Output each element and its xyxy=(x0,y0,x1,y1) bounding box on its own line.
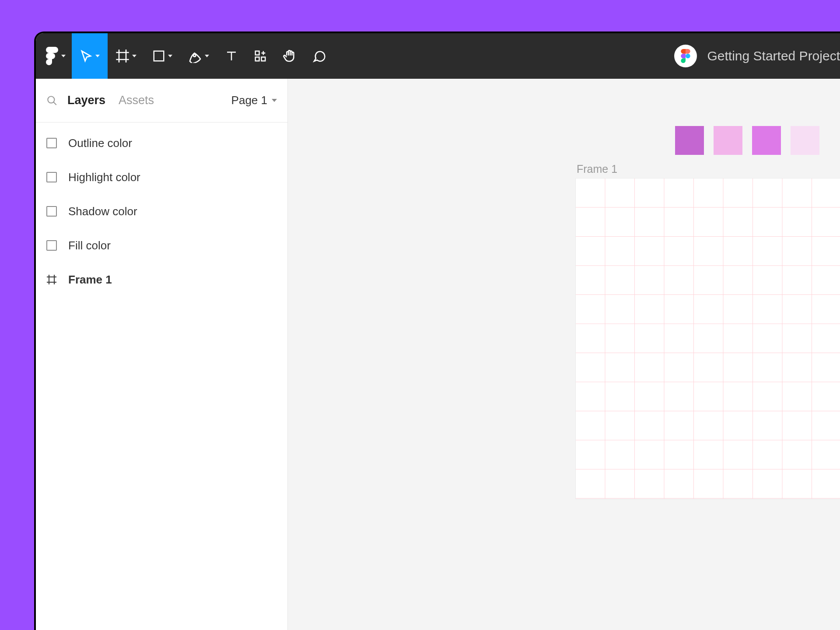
svg-line-15 xyxy=(53,102,56,105)
rectangle-icon xyxy=(46,206,57,217)
frame-tool-button[interactable] xyxy=(108,33,144,79)
swatch-0[interactable] xyxy=(675,126,704,155)
resources-tool-button[interactable] xyxy=(246,33,275,79)
toolbar: Getting Started Project xyxy=(36,33,840,79)
text-icon xyxy=(225,49,238,63)
comment-icon xyxy=(312,49,326,63)
color-swatches xyxy=(675,126,819,155)
layer-item-frame-1[interactable]: Frame 1 xyxy=(36,262,287,297)
layer-label: Outline color xyxy=(68,136,132,150)
project-title[interactable]: Getting Started Project xyxy=(707,49,840,63)
chevron-down-icon xyxy=(205,55,209,57)
svg-rect-10 xyxy=(262,57,266,61)
layer-label: Highlight color xyxy=(68,171,140,184)
pen-tool-button[interactable] xyxy=(180,33,217,79)
svg-rect-4 xyxy=(154,51,164,61)
tab-assets[interactable]: Assets xyxy=(119,94,154,107)
hand-tool-button[interactable] xyxy=(275,33,304,79)
figma-logo-color-icon xyxy=(681,49,690,63)
layer-item-outline-color[interactable]: Outline color xyxy=(36,126,287,160)
swatch-2[interactable] xyxy=(752,126,781,155)
figma-logo-icon xyxy=(46,47,59,65)
rectangle-icon xyxy=(46,172,57,182)
swatch-3[interactable] xyxy=(791,126,819,155)
svg-point-13 xyxy=(686,54,690,59)
app-window: Getting Started Project Layers Assets Pa… xyxy=(34,32,840,630)
layer-label: Shadow color xyxy=(68,205,137,218)
canvas[interactable]: Frame 1 xyxy=(288,79,840,630)
chevron-down-icon xyxy=(132,55,136,57)
toolbar-right: Getting Started Project xyxy=(674,45,840,67)
move-tool-button[interactable] xyxy=(72,33,108,79)
chevron-down-icon xyxy=(95,55,100,57)
svg-point-5 xyxy=(193,54,196,56)
search-icon[interactable] xyxy=(46,95,58,106)
components-icon xyxy=(254,49,267,63)
figma-menu-button[interactable] xyxy=(36,33,72,79)
page-selector[interactable]: Page 1 xyxy=(231,94,277,107)
pen-icon xyxy=(188,49,202,63)
hand-icon xyxy=(283,49,297,63)
text-tool-button[interactable] xyxy=(217,33,246,79)
shape-tool-button[interactable] xyxy=(144,33,180,79)
layers-panel: Layers Assets Page 1 Outline color Highl… xyxy=(36,79,288,630)
comment-tool-button[interactable] xyxy=(304,33,334,79)
layers-panel-header: Layers Assets Page 1 xyxy=(36,79,287,122)
layer-item-highlight-color[interactable]: Highlight color xyxy=(36,160,287,194)
rectangle-icon xyxy=(46,138,57,148)
cursor-icon xyxy=(80,49,93,63)
page-selector-label: Page 1 xyxy=(231,94,267,107)
frame-icon xyxy=(116,49,130,63)
rectangle-icon xyxy=(46,240,57,251)
layer-label: Frame 1 xyxy=(68,273,112,287)
frame-icon xyxy=(46,274,57,285)
svg-point-14 xyxy=(48,96,54,103)
chevron-down-icon xyxy=(168,55,172,57)
svg-rect-8 xyxy=(256,51,259,55)
layer-item-shadow-color[interactable]: Shadow color xyxy=(36,194,287,228)
body-area: Layers Assets Page 1 Outline color Highl… xyxy=(36,79,840,630)
layer-label: Fill color xyxy=(68,239,111,252)
layer-item-fill-color[interactable]: Fill color xyxy=(36,228,287,262)
figma-badge[interactable] xyxy=(674,45,697,67)
swatch-1[interactable] xyxy=(714,126,742,155)
frame-label[interactable]: Frame 1 xyxy=(577,163,617,175)
svg-rect-9 xyxy=(256,57,259,61)
square-icon xyxy=(152,49,165,63)
frame-1[interactable] xyxy=(576,178,840,499)
tab-layers[interactable]: Layers xyxy=(67,94,105,107)
layer-list: Outline color Highlight color Shadow col… xyxy=(36,122,287,300)
chevron-down-icon xyxy=(272,99,277,102)
chevron-down-icon xyxy=(61,55,66,57)
